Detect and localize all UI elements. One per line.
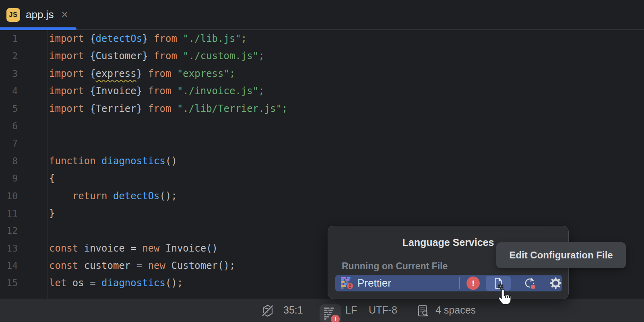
code-line: import {Terrier} from "./lib/Terrier.js"… [49, 100, 287, 118]
popup-section-label: Running on Current File [342, 261, 448, 272]
tooltip-edit-configuration-file: Edit Configuration File [496, 242, 626, 268]
code-line: import {Invoice} from "./invoice.js"; [49, 83, 287, 100]
row-divider [459, 277, 460, 289]
line-number[interactable]: 5 [0, 100, 18, 118]
code-line: const customer = new Customer(); [49, 257, 287, 275]
prettier-icon [341, 277, 353, 289]
code-line: const invoice = new Invoice() [49, 240, 287, 257]
code-line: import {express} from "express"; [49, 65, 287, 83]
line-number[interactable]: 6 [0, 118, 18, 135]
code-line: function diagnostics() [49, 153, 287, 170]
line-separator-widget[interactable]: LF [345, 299, 357, 321]
line-number[interactable]: 15 [0, 275, 18, 292]
hand-cursor [497, 288, 513, 307]
code-line: } [49, 205, 287, 222]
indent-widget[interactable]: 4 spaces [436, 299, 476, 321]
code-line: return detectOs(); [49, 188, 287, 205]
code-line [49, 222, 287, 239]
error-badge-icon[interactable]: ! [466, 277, 480, 290]
code-line [49, 118, 287, 135]
code-line: { [49, 170, 287, 187]
tab-label: app.js [26, 8, 54, 21]
active-tab-indicator [0, 27, 76, 30]
tab-app-js[interactable]: JS app.js ✕ [0, 0, 76, 29]
code-line: import {detectOs} from "./lib.js"; [49, 30, 287, 47]
status-bar: 35:1 ! LF UTF-8 4 spaces [0, 299, 644, 322]
code-area[interactable]: import {detectOs} from "./lib.js";import… [49, 30, 287, 292]
line-number[interactable]: 10 [0, 188, 18, 205]
encoding-widget[interactable]: UTF-8 [369, 299, 397, 321]
service-settings-button[interactable] [543, 276, 568, 291]
editor-gutter[interactable]: 123456789101112131415 [0, 30, 47, 299]
line-number[interactable]: 4 [0, 83, 18, 100]
editor-tab-bar: JS app.js ✕ [0, 0, 644, 30]
indent-info-icon[interactable] [416, 304, 430, 318]
restart-service-button[interactable] [517, 276, 542, 291]
ai-disabled-icon[interactable] [261, 304, 275, 318]
line-number[interactable]: 1 [0, 30, 18, 47]
gear-icon [549, 277, 562, 290]
code-line [49, 135, 287, 152]
caret-position-widget[interactable]: 35:1 [283, 299, 303, 321]
code-line: let os = diagnostics(); [49, 275, 287, 292]
close-icon[interactable]: ✕ [61, 10, 68, 19]
prettier-status-widget[interactable]: ! [320, 304, 341, 322]
line-number[interactable]: 12 [0, 222, 18, 239]
line-number[interactable]: 14 [0, 257, 18, 275]
line-number[interactable]: 13 [0, 240, 18, 257]
line-number[interactable]: 3 [0, 65, 18, 83]
service-row-prettier[interactable]: Prettier ! [335, 275, 562, 291]
ide-window: JS app.js ✕ 123456789101112131415 import… [0, 0, 644, 322]
restart-icon [523, 277, 537, 290]
line-number[interactable]: 9 [0, 170, 18, 187]
line-number[interactable]: 11 [0, 205, 18, 222]
line-number[interactable]: 7 [0, 135, 18, 152]
prettier-error-dot: ! [331, 315, 340, 322]
service-name: Prettier [357, 275, 391, 291]
javascript-file-icon: JS [6, 8, 20, 22]
line-number[interactable]: 8 [0, 153, 18, 170]
line-number[interactable]: 2 [0, 47, 18, 65]
code-line: import {Customer} from "./custom.js"; [49, 47, 287, 65]
